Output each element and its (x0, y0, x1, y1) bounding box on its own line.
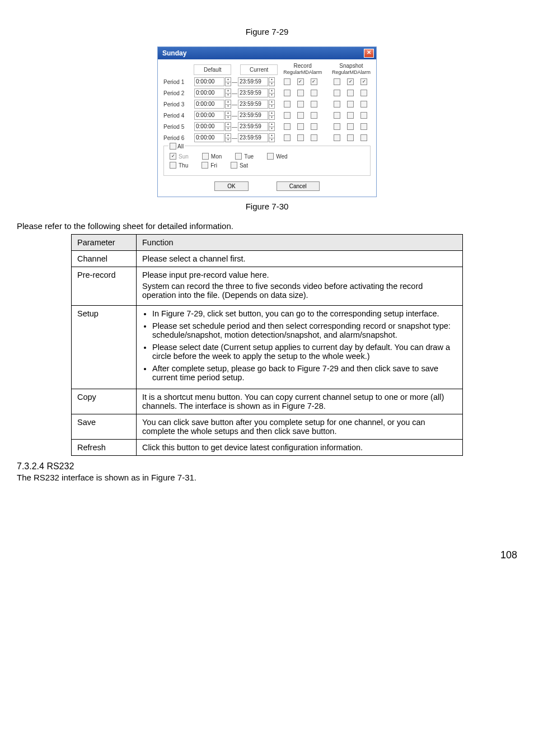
checkbox[interactable] (311, 112, 317, 119)
cell-prerecord-label: Pre-record (72, 267, 137, 306)
period-label: Period 2 (163, 90, 194, 96)
day-checkbox[interactable] (235, 153, 242, 160)
checkbox[interactable] (334, 134, 340, 141)
checkbox[interactable] (360, 123, 367, 130)
cell-refresh-label: Refresh (72, 440, 137, 456)
spinner-icon[interactable]: ▲▼ (269, 111, 275, 120)
to-time-input[interactable]: 23:59:59 (238, 111, 268, 120)
spinner-icon[interactable]: ▲▼ (225, 122, 231, 131)
checkbox[interactable] (284, 134, 291, 141)
sunday-dialog: Sunday ✕ Default Current Record Regular … (157, 46, 377, 197)
cancel-button[interactable]: Cancel (277, 181, 320, 191)
period-row: Period 50:00:00▲▼—23:59:59▲▼ (163, 122, 371, 131)
from-time-input[interactable]: 0:00:00 (194, 100, 224, 109)
to-time-input[interactable]: 23:59:59 (238, 133, 268, 142)
spinner-icon[interactable]: ▲▼ (269, 77, 275, 86)
spinner-icon[interactable]: ▲▼ (225, 100, 231, 109)
checkbox[interactable] (297, 90, 304, 96)
from-time-input[interactable]: 0:00:00 (194, 122, 224, 131)
checkbox[interactable] (311, 101, 317, 108)
period-label: Period 6 (163, 135, 194, 141)
from-time-input[interactable]: 0:00:00 (194, 77, 224, 86)
checkbox[interactable] (360, 134, 367, 141)
close-icon[interactable]: ✕ (364, 49, 374, 58)
checkbox[interactable] (360, 112, 367, 119)
checkbox[interactable] (297, 134, 304, 141)
parameter-table: Parameter Function Channel Please select… (71, 234, 463, 456)
checkbox[interactable] (284, 78, 291, 85)
intro-text: Please refer to the following sheet for … (17, 221, 517, 231)
cell-copy-func: It is a shortcut menu button. You can co… (137, 389, 463, 414)
period-label: Period 4 (163, 113, 194, 119)
checkbox[interactable]: ✓ (297, 78, 304, 85)
checkbox[interactable] (297, 101, 304, 108)
cell-channel-func: Please select a channel first. (137, 251, 463, 267)
day-label: Sat (240, 162, 248, 169)
cell-refresh-func: Click this button to get device latest c… (137, 440, 463, 456)
checkbox[interactable]: ✓ (311, 78, 317, 85)
day-item: Mon (202, 153, 222, 160)
day-label: Wed (276, 153, 287, 160)
checkbox[interactable] (334, 90, 340, 96)
day-checkbox[interactable] (231, 162, 237, 169)
checkbox[interactable] (297, 112, 304, 119)
checkbox[interactable]: ✓ (360, 78, 367, 85)
checkbox[interactable] (284, 90, 291, 96)
checkbox[interactable] (347, 90, 354, 96)
days-frame: All ✓SunMonTueWed ThuFriSat (163, 146, 371, 176)
checkbox[interactable] (334, 112, 340, 119)
checkbox[interactable] (347, 101, 354, 108)
from-time-input[interactable]: 0:00:00 (194, 88, 224, 97)
period-row: Period 60:00:00▲▼—23:59:59▲▼ (163, 133, 371, 142)
to-time-input[interactable]: 23:59:59 (238, 100, 268, 109)
checkbox[interactable] (347, 112, 354, 119)
cell-prerecord-func: Please input pre-record value here. Syst… (137, 267, 463, 306)
spinner-icon[interactable]: ▲▼ (225, 111, 231, 120)
dialog-titlebar[interactable]: Sunday ✕ (158, 47, 376, 59)
period-row: Period 10:00:00▲▼—23:59:59▲▼✓✓✓✓ (163, 77, 371, 86)
day-checkbox[interactable] (202, 153, 209, 160)
spinner-icon[interactable]: ▲▼ (225, 88, 231, 97)
section-body: The RS232 interface is shown as in Figur… (17, 473, 517, 482)
day-label: Mon (211, 153, 222, 160)
spinner-icon[interactable]: ▲▼ (269, 133, 275, 142)
checkbox[interactable] (334, 101, 340, 108)
checkbox[interactable] (347, 123, 354, 130)
spinner-icon[interactable]: ▲▼ (269, 100, 275, 109)
checkbox[interactable]: ✓ (347, 78, 354, 85)
checkbox[interactable] (360, 90, 367, 96)
cell-setup-label: Setup (72, 306, 137, 389)
checkbox[interactable] (311, 123, 317, 130)
checkbox[interactable] (311, 90, 317, 96)
spinner-icon[interactable]: ▲▼ (269, 88, 275, 97)
to-time-input[interactable]: 23:59:59 (238, 77, 268, 86)
checkbox[interactable] (284, 112, 291, 119)
checkbox[interactable] (334, 78, 340, 85)
all-checkbox[interactable] (170, 143, 176, 150)
day-checkbox[interactable] (170, 162, 176, 169)
day-checkbox[interactable] (267, 153, 274, 160)
th-function: Function (137, 235, 463, 251)
to-time-input[interactable]: 23:59:59 (238, 122, 268, 131)
checkbox[interactable] (297, 123, 304, 130)
checkbox[interactable] (284, 101, 291, 108)
spinner-icon[interactable]: ▲▼ (269, 122, 275, 131)
checkbox[interactable] (284, 123, 291, 130)
page-number: 108 (17, 549, 517, 561)
section-heading: 7.3.2.4 RS232 (17, 461, 517, 472)
to-time-input[interactable]: 23:59:59 (238, 88, 268, 97)
spinner-icon[interactable]: ▲▼ (225, 77, 231, 86)
spinner-icon[interactable]: ▲▼ (225, 133, 231, 142)
day-item: Thu (170, 162, 188, 169)
checkbox[interactable] (334, 123, 340, 130)
ok-button[interactable]: OK (214, 181, 248, 191)
from-time-input[interactable]: 0:00:00 (194, 133, 224, 142)
from-time-input[interactable]: 0:00:00 (194, 111, 224, 120)
checkbox[interactable] (360, 101, 367, 108)
checkbox[interactable] (347, 134, 354, 141)
checkbox[interactable] (311, 134, 317, 141)
period-row: Period 20:00:00▲▼—23:59:59▲▼ (163, 88, 371, 97)
cell-save-func: You can click save button after you comp… (137, 414, 463, 440)
day-checkbox[interactable] (202, 162, 208, 169)
day-label: Sun (179, 153, 189, 160)
